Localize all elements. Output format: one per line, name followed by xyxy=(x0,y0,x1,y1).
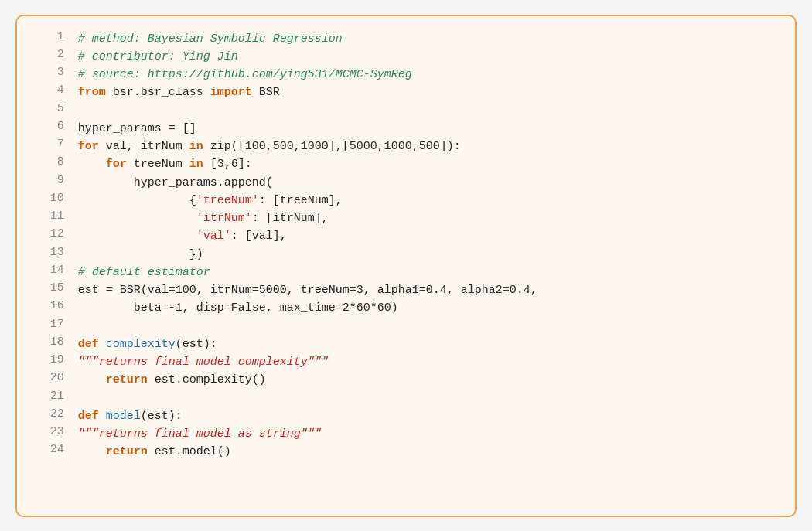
token: est.complexity() xyxy=(148,373,266,386)
token: # method: Bayesian Symbolic Regression xyxy=(78,32,343,46)
line-number: 20 xyxy=(36,371,78,389)
token: for xyxy=(78,140,99,153)
code-line: 9 hyper_params.append( xyxy=(36,174,776,192)
code-line: 6hyper_params = [] xyxy=(36,120,776,138)
line-content: {'treeNum': [treeNum], xyxy=(78,192,776,209)
token: est = BSR(val=100, itrNum=5000, treeNum=… xyxy=(78,284,537,297)
line-number: 10 xyxy=(36,192,78,209)
line-content: for treeNum in [3,6]: xyxy=(78,155,776,173)
code-line: 7for val, itrNum in zip([100,500,1000],[… xyxy=(36,138,776,155)
token: bsr.bsr_class xyxy=(106,86,210,99)
line-number: 23 xyxy=(36,425,78,443)
code-line: 20 return est.complexity() xyxy=(36,371,776,389)
token: : [treeNum], xyxy=(259,194,343,207)
line-content: beta=-1, disp=False, max_time=2*60*60) xyxy=(78,299,776,317)
token xyxy=(78,158,106,171)
code-line: 21 xyxy=(36,390,776,407)
token: for xyxy=(106,158,127,171)
line-content: from bsr.bsr_class import BSR xyxy=(78,83,776,101)
token: complexity xyxy=(106,338,176,351)
line-number: 6 xyxy=(36,120,78,138)
line-content: """returns final model complexity""" xyxy=(78,353,776,371)
code-line: 1# method: Bayesian Symbolic Regression xyxy=(36,30,776,48)
line-number: 16 xyxy=(36,299,78,317)
line-content: 'itrNum': [itrNum], xyxy=(78,209,776,227)
token: : [val], xyxy=(231,230,287,243)
line-content: return est.complexity() xyxy=(78,371,776,389)
code-line: 24 return est.model() xyxy=(36,443,776,461)
token: from xyxy=(78,86,106,99)
code-line: 18def complexity(est): xyxy=(36,335,776,353)
line-number: 18 xyxy=(36,335,78,353)
line-content: # default estimator xyxy=(78,264,776,281)
code-line: 4from bsr.bsr_class import BSR xyxy=(36,83,776,101)
line-content xyxy=(78,102,776,120)
token: def xyxy=(78,338,99,351)
token: hyper_params.append( xyxy=(78,176,273,189)
token: beta=-1, disp=False, max_time=2*60*60) xyxy=(78,301,398,315)
line-content: for val, itrNum in zip([100,500,1000],[5… xyxy=(78,138,776,155)
token xyxy=(78,445,106,458)
token xyxy=(78,373,106,386)
line-number: 3 xyxy=(36,66,78,83)
line-content: }) xyxy=(78,246,776,264)
token: """returns final model complexity""" xyxy=(78,356,329,369)
line-number: 13 xyxy=(36,246,78,264)
line-number: 11 xyxy=(36,209,78,227)
code-line: 2# contributor: Ying Jin xyxy=(36,48,776,66)
line-number: 17 xyxy=(36,318,78,335)
code-line: 14# default estimator xyxy=(36,264,776,281)
line-number: 7 xyxy=(36,138,78,155)
token: 'itrNum' xyxy=(196,212,252,225)
token: return xyxy=(106,445,148,458)
token: val, itrNum xyxy=(99,140,189,153)
token xyxy=(78,230,196,243)
line-number: 9 xyxy=(36,174,78,192)
code-line: 10 {'treeNum': [treeNum], xyxy=(36,192,776,209)
token: 'val' xyxy=(196,230,231,243)
line-number: 21 xyxy=(36,390,78,407)
token: zip([100,500,1000],[5000,1000,500]): xyxy=(203,140,461,153)
line-content: """returns final model as string""" xyxy=(78,425,776,443)
code-line: 22def model(est): xyxy=(36,407,776,425)
token: : [itrNum], xyxy=(252,212,329,225)
line-content: # source: https://github.com/ying531/MCM… xyxy=(78,66,776,83)
token: }) xyxy=(78,248,203,261)
line-number: 14 xyxy=(36,264,78,281)
code-line: 12 'val': [val], xyxy=(36,227,776,245)
code-line: 13 }) xyxy=(36,246,776,264)
line-number: 4 xyxy=(36,83,78,101)
line-number: 5 xyxy=(36,102,78,120)
token xyxy=(78,212,196,225)
token: def xyxy=(78,410,99,423)
code-line: 15est = BSR(val=100, itrNum=5000, treeNu… xyxy=(36,281,776,299)
token: in xyxy=(189,158,203,171)
code-line: 16 beta=-1, disp=False, max_time=2*60*60… xyxy=(36,299,776,317)
token xyxy=(99,410,106,423)
line-number: 19 xyxy=(36,353,78,371)
token: # source: https://github.com/ying531/MCM… xyxy=(78,68,412,81)
code-line: 5 xyxy=(36,102,776,120)
code-line: 11 'itrNum': [itrNum], xyxy=(36,209,776,227)
token: # default estimator xyxy=(78,266,210,279)
code-line: 3# source: https://github.com/ying531/MC… xyxy=(36,66,776,83)
code-line: 23"""returns final model as string""" xyxy=(36,425,776,443)
token: model xyxy=(106,410,141,423)
token: import xyxy=(210,86,252,99)
line-number: 1 xyxy=(36,30,78,48)
token: { xyxy=(78,194,196,207)
code-line: 17 xyxy=(36,318,776,335)
token: return xyxy=(106,373,148,386)
line-content: return est.model() xyxy=(78,443,776,461)
token: est.model() xyxy=(148,445,231,458)
line-content: hyper_params = [] xyxy=(78,120,776,138)
line-content: def complexity(est): xyxy=(78,335,776,353)
line-content: 'val': [val], xyxy=(78,227,776,245)
line-number: 24 xyxy=(36,443,78,461)
line-content: # contributor: Ying Jin xyxy=(78,48,776,66)
line-content xyxy=(78,318,776,335)
line-number: 8 xyxy=(36,155,78,173)
line-number: 15 xyxy=(36,281,78,299)
line-content: # method: Bayesian Symbolic Regression xyxy=(78,30,776,48)
token: in xyxy=(189,140,203,153)
